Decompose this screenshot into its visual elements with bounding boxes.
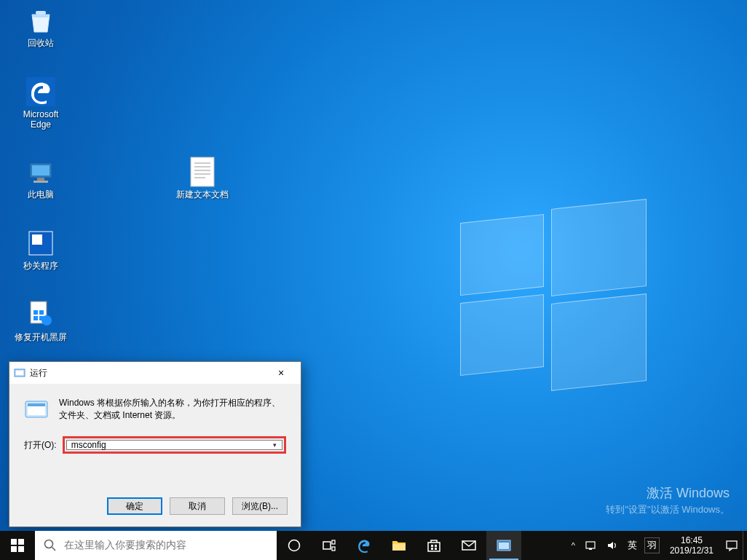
svg-point-13 xyxy=(42,315,52,326)
svg-rect-32 xyxy=(323,542,331,549)
task-view-button[interactable] xyxy=(312,531,347,560)
svg-point-31 xyxy=(289,540,300,551)
svg-rect-26 xyxy=(18,539,24,545)
cancel-button[interactable]: 取消 xyxy=(170,497,225,515)
svg-rect-10 xyxy=(39,310,44,315)
search-icon xyxy=(44,539,57,552)
app-icon xyxy=(26,229,55,258)
app-icon xyxy=(26,300,55,329)
run-dialog: 运行 × Windows 将根据你所输入的名称，为你打开相应的程序、文件夹、文档… xyxy=(9,361,301,527)
tray-ime-lang[interactable]: 英 xyxy=(623,531,641,560)
svg-rect-28 xyxy=(18,546,24,552)
tray-ime-mode[interactable]: 羽 xyxy=(644,537,660,553)
taskbar-mail[interactable] xyxy=(451,531,486,560)
this-pc-icon xyxy=(26,157,55,186)
taskbar-file-explorer[interactable] xyxy=(382,531,416,560)
svg-rect-43 xyxy=(499,543,509,549)
windows-logo-wallpaper xyxy=(460,204,647,390)
svg-rect-3 xyxy=(32,165,50,176)
svg-rect-39 xyxy=(431,548,433,550)
svg-rect-27 xyxy=(11,546,17,552)
icon-label: Microsoft Edge xyxy=(13,109,68,130)
tray-action-center-icon[interactable] xyxy=(721,531,743,560)
svg-rect-44 xyxy=(586,542,595,548)
run-dialog-icon xyxy=(14,367,25,379)
svg-rect-46 xyxy=(727,541,737,548)
desktop-icon-this-pc[interactable]: 此电脑 xyxy=(13,157,68,200)
svg-rect-11 xyxy=(33,316,38,320)
tray-chevron-up-icon[interactable]: ^ xyxy=(567,531,580,560)
taskbar: 在这里输入你要搜索的内容 ^ 英 羽 16:45 2019/12/31 xyxy=(0,531,747,560)
run-dialog-titlebar[interactable]: 运行 × xyxy=(9,362,301,384)
icon-label: 秒关程序 xyxy=(13,261,68,271)
tray-volume-icon[interactable] xyxy=(601,531,623,560)
desktop-icon-app1[interactable]: 秒关程序 xyxy=(13,229,68,271)
chevron-down-icon[interactable]: ▾ xyxy=(267,441,282,449)
svg-rect-14 xyxy=(191,157,214,186)
run-input-highlight: ▾ xyxy=(63,436,286,454)
taskbar-run-app[interactable] xyxy=(486,531,521,560)
tray-clock[interactable]: 16:45 2019/12/31 xyxy=(663,535,721,556)
clock-date: 2019/12/31 xyxy=(670,545,714,556)
show-desktop-button[interactable] xyxy=(743,531,747,560)
clock-time: 16:45 xyxy=(670,535,714,545)
svg-rect-37 xyxy=(431,545,433,547)
close-button[interactable]: × xyxy=(266,363,296,382)
svg-rect-34 xyxy=(332,547,335,551)
text-document-icon xyxy=(188,157,217,186)
desktop-icon-app2[interactable]: 修复开机黑屏 xyxy=(13,300,68,342)
svg-rect-36 xyxy=(428,543,440,551)
ok-button[interactable]: 确定 xyxy=(107,497,162,515)
recycle-bin-icon xyxy=(26,6,55,35)
run-dialog-title: 运行 xyxy=(30,367,266,379)
edge-icon xyxy=(26,77,55,106)
svg-point-29 xyxy=(45,540,53,548)
desktop-icon-edge[interactable]: Microsoft Edge xyxy=(13,77,68,130)
svg-line-30 xyxy=(52,548,56,551)
svg-rect-35 xyxy=(392,544,406,551)
taskbar-store[interactable] xyxy=(416,531,451,560)
icon-label: 回收站 xyxy=(13,38,68,48)
svg-rect-9 xyxy=(33,310,38,315)
svg-rect-25 xyxy=(11,539,17,545)
cortana-button[interactable] xyxy=(277,531,312,560)
svg-rect-7 xyxy=(32,234,42,245)
svg-rect-0 xyxy=(36,11,46,15)
open-label: 打开(O): xyxy=(24,439,57,451)
taskbar-search[interactable]: 在这里输入你要搜索的内容 xyxy=(35,531,277,560)
svg-rect-45 xyxy=(589,548,592,550)
activation-watermark: 激活 Windows 转到"设置"以激活 Windows。 xyxy=(606,484,730,516)
svg-rect-5 xyxy=(33,181,48,183)
run-input[interactable] xyxy=(67,438,267,451)
icon-label: 新建文本文档 xyxy=(175,189,230,200)
taskbar-edge[interactable] xyxy=(347,531,382,560)
svg-rect-4 xyxy=(37,178,44,181)
svg-rect-21 xyxy=(16,371,23,375)
tray-network-icon[interactable] xyxy=(580,531,601,560)
desktop-icon-recycle-bin[interactable]: 回收站 xyxy=(13,6,68,48)
search-placeholder: 在这里输入你要搜索的内容 xyxy=(64,539,186,552)
icon-label: 此电脑 xyxy=(13,189,68,200)
icon-label: 修复开机黑屏 xyxy=(13,332,68,342)
run-dialog-large-icon xyxy=(24,397,49,422)
svg-rect-38 xyxy=(435,545,437,547)
run-dialog-description: Windows 将根据你所输入的名称，为你打开相应的程序、文件夹、文档或 Int… xyxy=(59,397,286,422)
desktop: 回收站 Microsoft Edge 此电脑 秒关程序 修复开机黑屏 新建文本文… xyxy=(0,0,747,560)
svg-rect-33 xyxy=(332,540,335,544)
start-button[interactable] xyxy=(0,531,35,560)
svg-rect-24 xyxy=(28,403,45,406)
svg-rect-40 xyxy=(435,548,437,550)
browse-button[interactable]: 浏览(B)... xyxy=(232,497,288,515)
desktop-icon-text-document[interactable]: 新建文本文档 xyxy=(175,157,230,200)
